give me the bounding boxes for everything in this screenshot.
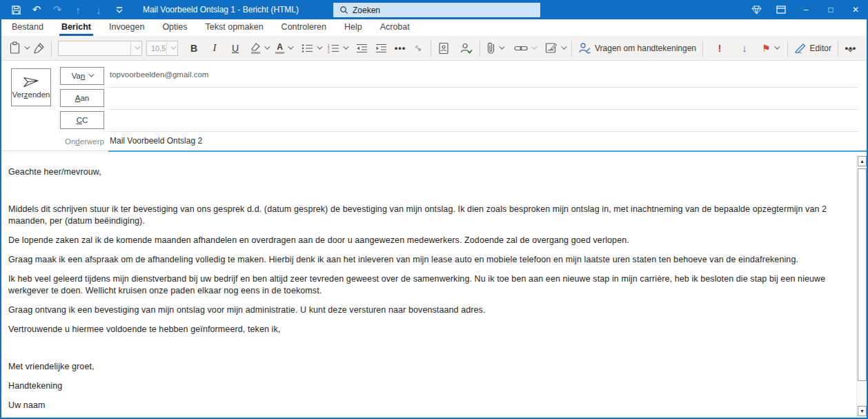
search-icon	[339, 6, 348, 14]
chevron-down-icon	[317, 43, 322, 49]
outlook-message-window: ↶ ↷ ↑ ↓ Mail Voorbeeld Ontslag 1 - Beric…	[0, 0, 868, 419]
divider	[480, 40, 480, 57]
font-color-letter: A	[277, 43, 283, 51]
signature-icon	[545, 42, 558, 54]
body-paragraph: Vertrouwende u hiermee voldoende te hebb…	[8, 324, 847, 335]
compose-header: Verzenden Van topvoorbeelden@gmail.com A…	[1, 61, 867, 155]
request-signatures-button[interactable]: Vragen om handtekeningen	[576, 39, 698, 58]
divider	[571, 40, 572, 57]
move-up-icon[interactable]: ↑	[70, 2, 86, 17]
check-names-button[interactable]	[457, 39, 475, 58]
message-body-editor[interactable]: Geachte heer/mevrouw, Middels dit schrij…	[1, 155, 867, 418]
highlighter-icon	[250, 43, 261, 51]
send-label: Verzenden	[12, 90, 50, 99]
flag-icon: ⚑	[762, 43, 771, 54]
divider	[702, 40, 703, 57]
ribbon: 10,5 B I U A 123	[1, 36, 867, 61]
editor-pen-icon	[794, 43, 807, 53]
quick-access-toolbar: ↶ ↷ ↑ ↓	[0, 2, 127, 17]
tab-bestand[interactable]: Bestand	[3, 19, 52, 36]
format-painter-button[interactable]	[30, 39, 47, 58]
bullets-button[interactable]	[299, 39, 323, 58]
redo-icon[interactable]: ↷	[50, 2, 65, 17]
minimize-icon[interactable]: –	[793, 0, 818, 19]
text-highlight-button[interactable]	[248, 39, 270, 58]
window-controls: – □ ✕	[744, 0, 868, 19]
follow-up-flag-button[interactable]: ⚑	[760, 39, 780, 58]
signature-button[interactable]	[543, 39, 567, 58]
paste-button[interactable]	[7, 39, 30, 58]
chevron-down-icon	[288, 43, 293, 49]
body-paragraph: Uw naam	[8, 400, 847, 411]
tab-opties[interactable]: Opties	[153, 19, 196, 36]
chevron-down-icon	[343, 43, 348, 49]
high-importance-button[interactable]: !	[711, 39, 728, 58]
attach-file-button[interactable]	[484, 39, 505, 58]
decrease-indent-button[interactable]	[353, 39, 370, 58]
bold-button[interactable]: B	[186, 39, 202, 58]
divider	[51, 40, 52, 57]
underline-button[interactable]: U	[227, 39, 244, 58]
address-book-button[interactable]	[435, 39, 452, 58]
link-icon	[514, 44, 528, 52]
increase-indent-icon	[375, 43, 387, 53]
paperclip-icon	[486, 41, 495, 55]
from-button[interactable]: Van	[60, 67, 104, 85]
diamond-icon[interactable]	[744, 0, 769, 19]
low-importance-button[interactable]: ↓	[736, 39, 753, 58]
scrollbar-thumb[interactable]	[858, 168, 867, 381]
increase-indent-button[interactable]	[373, 39, 389, 58]
address-book-icon	[437, 42, 450, 55]
to-field[interactable]	[108, 109, 858, 110]
italic-button[interactable]: I	[206, 39, 223, 58]
chevron-down-icon	[561, 43, 566, 49]
numbered-list-icon: 123	[328, 43, 339, 53]
font-size-select[interactable]: 10,5	[146, 41, 178, 56]
subject-underline	[108, 150, 867, 152]
body-paragraph: Handtekening	[8, 380, 847, 392]
save-icon[interactable]	[8, 2, 23, 17]
editor-label: Editor	[810, 43, 831, 53]
tab-controleren[interactable]: Controleren	[273, 19, 335, 36]
format-painter-icon	[32, 42, 45, 54]
move-down-icon[interactable]: ↓	[91, 2, 106, 17]
chevron-down-icon	[88, 71, 94, 77]
cc-field[interactable]	[108, 131, 858, 132]
close-icon[interactable]: ✕	[843, 0, 868, 19]
svg-text:3: 3	[328, 50, 330, 53]
body-paragraph: Ik heb veel geleerd tijdens mijn dienstv…	[8, 273, 847, 297]
tab-bericht[interactable]: Bericht	[52, 19, 100, 36]
tab-invoegen[interactable]: Invoegen	[100, 19, 153, 36]
scroll-down-icon[interactable]: ▼	[858, 406, 867, 416]
popout-window-icon[interactable]	[769, 0, 793, 19]
to-button[interactable]: Aan	[60, 89, 104, 107]
scroll-up-icon[interactable]: ▲	[858, 156, 867, 166]
clipboard-icon	[9, 41, 21, 55]
chevron-down-icon	[135, 43, 140, 49]
send-button[interactable]: Verzenden	[11, 68, 51, 106]
tab-help[interactable]: Help	[335, 19, 371, 36]
divider	[431, 40, 431, 57]
body-paragraph: Met vriendelijke groet,	[8, 361, 847, 373]
paragraph-more-button[interactable]: •••	[392, 39, 408, 58]
vertical-scrollbar[interactable]: ▲ ▼	[856, 155, 867, 418]
subject-input[interactable]: Mail Voorbeeld Ontslag 2	[110, 136, 202, 146]
editor-button[interactable]: Editor	[792, 39, 834, 58]
cc-button[interactable]: CC	[60, 111, 104, 129]
divider	[838, 40, 838, 57]
link-button[interactable]	[512, 39, 537, 58]
search-input[interactable]: Zoeken	[333, 3, 540, 17]
chevron-down-icon	[24, 43, 30, 49]
undo-icon[interactable]: ↶	[29, 2, 44, 17]
collapse-ribbon-button[interactable]	[842, 40, 858, 59]
tab-tekst-opmaken[interactable]: Tekst opmaken	[197, 19, 273, 36]
tab-acrobat[interactable]: Acrobat	[371, 19, 419, 36]
person-signing-icon	[578, 42, 591, 54]
search-placeholder: Zoeken	[353, 6, 380, 15]
dialog-launcher-icon[interactable]	[410, 39, 426, 58]
body-paragraph: Graag ontvang ik een bevestiging van mij…	[8, 304, 847, 316]
numbering-button[interactable]: 123	[326, 39, 349, 58]
font-name-select[interactable]	[58, 41, 142, 56]
font-color-button[interactable]: A	[273, 39, 294, 58]
maximize-icon[interactable]: □	[818, 0, 843, 19]
